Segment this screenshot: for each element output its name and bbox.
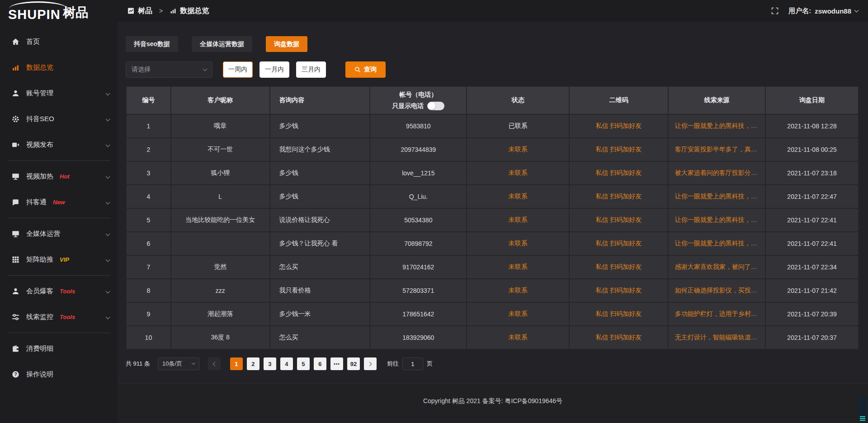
range-quarter-button[interactable]: 三月内 [296, 61, 326, 78]
tools-badge: Tools [60, 314, 75, 320]
select-placeholder: 请选择 [132, 66, 151, 74]
range-month-button[interactable]: 一月内 [259, 61, 289, 78]
tab-douyin-seo-data[interactable]: 抖音seo数据 [126, 36, 178, 52]
source-link[interactable]: 如何正确选择投影仪，买投影... [668, 279, 765, 302]
chevron-down-icon [203, 66, 208, 71]
cell-account: 50534380 [370, 208, 467, 232]
qrcode-link[interactable]: 私信 扫码加好友 [569, 114, 668, 138]
table-row: 1 哦章 多少钱 9583810 已联系 私信 扫码加好友 让你一眼就爱上的黑科… [126, 114, 859, 138]
col-header-date: 询盘日期 [765, 86, 859, 114]
source-link[interactable]: 让你一眼就爱上的黑科技，能... [668, 208, 765, 232]
user-menu[interactable]: 用户名: zswodun88 [788, 7, 858, 15]
qrcode-link[interactable]: 私信 扫码加好友 [569, 302, 668, 326]
chevron-down-icon [106, 91, 110, 96]
page-button-3[interactable]: 3 [264, 357, 276, 370]
range-week-button[interactable]: 一周内 [223, 61, 253, 78]
source-link[interactable]: 让你一眼就爱上的黑科技，能... [668, 114, 765, 138]
fullscreen-icon[interactable] [771, 7, 778, 14]
sidebar-item-label: 线索监控 [26, 313, 53, 321]
phone-toggle-label: 只显示电话 [392, 101, 424, 111]
goto-page-input[interactable] [402, 357, 423, 370]
page-size-select[interactable]: 10条/页 [158, 357, 199, 370]
qrcode-link[interactable]: 私信 扫码加好友 [569, 185, 668, 208]
main-panel: 抖音seo数据 全媒体运营数据 询盘数据 请选择 一周内 一月内 三月内 查询 [118, 22, 868, 383]
user-icon [12, 89, 19, 97]
search-icon [354, 66, 361, 73]
page-button-92[interactable]: 92 [347, 357, 360, 370]
account-header-label: 帐号（电话） [370, 90, 466, 99]
cell-date: 2021-11-07 22:41 [765, 232, 859, 255]
page-button-2[interactable]: 2 [247, 357, 259, 370]
source-link[interactable]: 无主灯设计，智能磁吸轨道灯... [668, 326, 765, 349]
breadcrumb-item-current[interactable]: 数据总览 [180, 6, 209, 16]
cell-nickname: 当地比较能吃的一位美女 [171, 208, 270, 232]
sidebar-item-video-publish[interactable]: 视频发布 [0, 132, 118, 158]
source-link[interactable]: 让你一眼就爱上的黑科技，能... [668, 185, 765, 208]
breadcrumb-item-root[interactable]: 树品 [138, 6, 152, 16]
sidebar-item-label: 视频加热 [26, 172, 53, 181]
qrcode-link[interactable]: 私信 扫码加好友 [569, 138, 668, 161]
sidebar-item-video-heat[interactable]: 视频加热 Hot [0, 164, 118, 189]
qrcode-link[interactable]: 私信 扫码加好友 [569, 208, 668, 232]
account-select[interactable]: 请选择 [126, 61, 212, 78]
chevron-down-icon [106, 232, 110, 236]
cell-nickname: L [171, 185, 270, 208]
cell-account: 2097344839 [370, 138, 467, 161]
prev-page-button[interactable] [208, 357, 221, 370]
sidebar-item-omnimedia[interactable]: 全媒体运营 [0, 221, 118, 247]
sidebar-item-label: 会员爆客 [26, 287, 53, 296]
tab-omnimedia-data[interactable]: 全媒体运营数据 [192, 36, 252, 52]
sidebar-item-help[interactable]: ? 操作说明 [0, 362, 118, 387]
source-link[interactable]: 客厅安装投影半年多了，真实... [668, 138, 765, 161]
page-button-1[interactable]: 1 [230, 357, 243, 370]
sidebar-item-spend-detail[interactable]: 消费明细 [0, 336, 118, 362]
search-button[interactable]: 查询 [345, 61, 386, 78]
status-badge: 未联系 [467, 138, 569, 161]
sidebar-item-matrix-boost[interactable]: 矩阵助推 VIP [0, 247, 118, 273]
table-row: 2 不可一世 我想问这个多少钱 2097344839 未联系 私信 扫码加好友 … [126, 138, 859, 161]
cell-nickname: zzz [171, 279, 270, 302]
cell-date: 2021-11-07 22:34 [765, 255, 859, 279]
cell-no: 3 [126, 161, 171, 185]
next-page-button[interactable] [364, 357, 377, 370]
cell-content: 多少钱？让我死心 看 [270, 232, 370, 255]
status-badge: 未联系 [467, 232, 569, 255]
gear-icon [12, 115, 19, 123]
tab-inquiry-data[interactable]: 询盘数据 [266, 36, 307, 52]
wallet-icon [12, 345, 19, 352]
qrcode-link[interactable]: 私信 扫码加好友 [569, 326, 668, 349]
svg-text:?: ? [14, 372, 17, 377]
sidebar-item-label: 消费明细 [26, 344, 53, 353]
sidebar-item-lead-monitor[interactable]: 线索监控 Tools [0, 304, 118, 330]
sidebar-item-account-mgmt[interactable]: 账号管理 [0, 80, 118, 106]
sidebar-item-home[interactable]: 首页 [0, 29, 118, 55]
table-row: 8 zzz 我只看价格 572803371 未联系 私信 扫码加好友 如何正确选… [126, 279, 859, 302]
video-camera-icon [12, 141, 19, 149]
sidebar-item-data-overview[interactable]: 数据总览 [0, 55, 118, 80]
source-link[interactable]: 感谢大家喜欢我家，被问了好... [668, 255, 765, 279]
cell-account: 183929060 [370, 326, 467, 349]
cell-date: 2021-11-07 23:18 [765, 161, 859, 185]
source-link[interactable]: 多功能护栏灯，适用于乡村文... [668, 302, 765, 326]
page-ellipsis-button[interactable]: ••• [330, 357, 343, 370]
qrcode-link[interactable]: 私信 扫码加好友 [569, 279, 668, 302]
sidebar-item-douketong[interactable]: 抖客通 New [0, 189, 118, 215]
source-link[interactable]: 让你一眼就爱上的黑科技，能... [668, 232, 765, 255]
status-badge: 未联系 [467, 161, 569, 185]
qrcode-link[interactable]: 私信 扫码加好友 [569, 161, 668, 185]
phone-only-toggle[interactable] [427, 102, 444, 110]
cell-no: 2 [126, 138, 171, 161]
page-button-6[interactable]: 6 [314, 357, 326, 370]
cell-content: 说说价格让我死心 [270, 208, 370, 232]
qrcode-link[interactable]: 私信 扫码加好友 [569, 255, 668, 279]
qrcode-link[interactable]: 私信 扫码加好友 [569, 232, 668, 255]
chevron-down-icon [192, 361, 195, 365]
cell-nickname: 觉然 [171, 255, 270, 279]
col-header-nickname: 客户昵称 [171, 86, 270, 114]
source-link[interactable]: 被大家追着问的客厅投影分享... [668, 161, 765, 185]
sidebar-item-member-burst[interactable]: 会员爆客 Tools [0, 278, 118, 304]
page-button-5[interactable]: 5 [297, 357, 310, 370]
filter-bar: 请选择 一周内 一月内 三月内 查询 [126, 61, 859, 78]
page-button-4[interactable]: 4 [280, 357, 293, 370]
sidebar-item-douyin-seo[interactable]: 抖音SEO [0, 106, 118, 132]
